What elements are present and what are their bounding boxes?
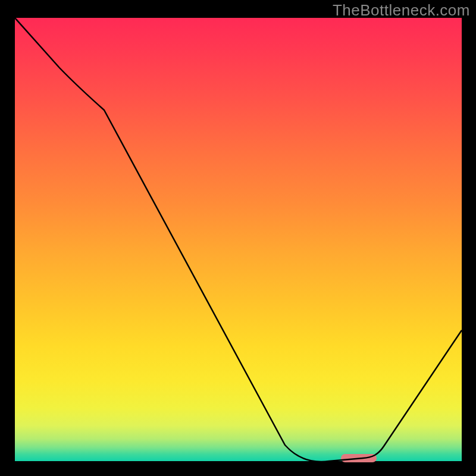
plot-area <box>15 18 462 461</box>
chart-container: TheBottleneck.com <box>0 0 476 476</box>
watermark-text: TheBottleneck.com <box>333 1 470 20</box>
bottleneck-curve <box>15 18 462 461</box>
curve-path <box>15 18 462 461</box>
